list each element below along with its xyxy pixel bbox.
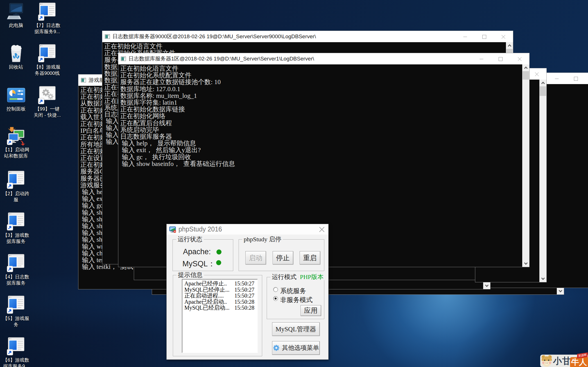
log1-close-button[interactable] <box>510 53 529 64</box>
php-version-label[interactable]: PHP版本 <box>298 274 325 280</box>
console-line: 正在初始化语言文件 <box>104 43 506 50</box>
message-time: 15:50:28 <box>234 299 254 305</box>
radio-system-service[interactable] <box>273 287 278 292</box>
desktop-icon-label: 【8】游戏服 务器9000线 <box>31 64 63 76</box>
console-line: 数据库字符集: latin1 <box>120 99 522 106</box>
group-run-mode: 运行模式 PHP版本 系统服务 非服务模式 应用 <box>267 277 324 319</box>
group-phpstudy-control: phpStudy 启停 启动 停止 重启 <box>239 239 324 271</box>
console-window-icon <box>81 78 86 83</box>
phpstudy-dialog[interactable]: phpStudy 2016 运行状态 Apache: MySQL： phpStu… <box>166 224 329 360</box>
desktop-icon-sc3[interactable]: 【3】游戏数 据库服务 <box>0 212 32 245</box>
console-icon <box>6 337 26 356</box>
recycle-icon <box>6 44 26 63</box>
console-line: 正在初始化系统配置文件 <box>120 72 522 79</box>
group-running-status-label: 运行状态 <box>176 236 204 242</box>
w3-vertical-scrollbar[interactable] <box>539 80 546 282</box>
log1-minimize-button[interactable] <box>472 53 491 64</box>
netstart-icon <box>6 127 26 146</box>
phpstudy-app-icon <box>169 226 176 233</box>
stop-button[interactable]: 停止 <box>273 251 293 264</box>
console-window-icon <box>105 34 110 39</box>
desktop-icon-sc2[interactable]: 【2】启动跨 服 <box>0 170 32 203</box>
start-button[interactable]: 启动 <box>245 251 266 264</box>
desktop-icon-sc6[interactable]: 【6】游戏数 据库服务9... <box>0 337 32 367</box>
w4-maximize-button[interactable] <box>566 73 585 84</box>
log1-scroll-up-button[interactable] <box>522 64 529 71</box>
apply-button[interactable]: 应用 <box>300 305 321 316</box>
desktop-icon-sc5[interactable]: 【5】游戏服 务 <box>0 295 32 328</box>
watermark-badge: 牛人 <box>570 357 588 367</box>
console-icon <box>6 254 26 273</box>
desktop-icon-sc99[interactable]: 【99】一键 关闭 - 快捷... <box>31 86 63 118</box>
console-line: 正在初始化网络 <box>120 113 522 120</box>
log9000-title-bar[interactable]: 日志数据库服务器9000区@2018-02-26 19@D:\MU_Server… <box>102 31 513 42</box>
mysql-admin-button[interactable]: MySQL管理器 <box>272 322 320 336</box>
log9000-scroll-up-button[interactable] <box>506 42 513 49</box>
w3-scroll-down-button[interactable] <box>539 275 546 282</box>
group-phpstudy-control-label: phpStudy 启停 <box>242 236 283 242</box>
log1-title-bar[interactable]: 日志数据库服务器1区@2018-02-26 19@D:\MU_Server\Se… <box>118 53 530 64</box>
gears-icon <box>37 86 57 105</box>
w4-minimize-button[interactable] <box>547 73 566 84</box>
w3-close-button[interactable] <box>527 68 546 80</box>
phpstudy-title-bar[interactable]: phpStudy 2016 <box>167 224 328 235</box>
console-line: 正在配置后台线程 <box>120 120 522 127</box>
log1-scroll-thumb[interactable] <box>523 71 529 80</box>
log1-maximize-button[interactable] <box>491 53 510 64</box>
desktop-icon-sc1[interactable]: 【1】启动网 站和数据库 <box>0 127 32 159</box>
mysql-label: MySQL： <box>182 259 215 269</box>
radio-non-service-mode-label[interactable]: 非服务模式 <box>280 296 313 304</box>
desktop-icon-label: 【99】一键 关闭 - 快捷... <box>31 106 63 118</box>
message-list[interactable]: Apache已经停止..15:50:27MySQL已经停止...15:50:27… <box>182 279 258 353</box>
log9000-maximize-button[interactable] <box>475 31 494 42</box>
message-time: 15:50:27 <box>234 281 254 287</box>
w3-scroll-up-button[interactable] <box>539 80 546 86</box>
phpstudy-close-button[interactable] <box>318 225 326 234</box>
restart-button[interactable]: 重启 <box>300 251 320 264</box>
group-info-label: 提示信息 <box>177 272 204 278</box>
apache-label: Apache: <box>183 247 211 256</box>
desktop-icon-label: 【3】游戏数 据库服务 <box>0 232 32 245</box>
game1-scroll-down-button[interactable] <box>483 282 490 289</box>
desktop-icon-recycle[interactable]: 回收站 <box>0 44 32 70</box>
console-window-icon <box>121 56 126 62</box>
w3-scroll-thumb[interactable] <box>540 86 546 96</box>
console-line: 数据库名称: mu_item_log_1 <box>120 93 522 99</box>
message-line: MySQL已经停止...15:50:27 <box>184 287 257 293</box>
desktop-icon-sc4[interactable]: 【4】日志数 据库服务 <box>0 254 32 286</box>
console-icon <box>6 170 26 190</box>
message-time: 15:50:27 <box>234 287 254 293</box>
windows-desktop: { "desktop": { "icons": [ {"key":"this-p… <box>0 0 588 367</box>
log9000-close-button[interactable] <box>494 31 513 42</box>
desktop-icon-sc8[interactable]: 【8】游戏服 务器9000线 <box>31 44 63 76</box>
message-time: 15:50:28 <box>234 305 254 311</box>
desktop-icon-control[interactable]: 控制面板 <box>0 86 32 112</box>
desktop-icon-label: 控制面板 <box>0 106 32 112</box>
other-options-button[interactable]: 其他选项菜单 <box>272 341 320 355</box>
control-icon <box>6 86 26 105</box>
log1-scroll-down-button[interactable] <box>522 260 529 267</box>
console-line: 正在初始化数据库链接 <box>120 106 522 113</box>
chevron-up-icon <box>508 44 511 48</box>
radio-system-service-label[interactable]: 系统服务 <box>280 287 306 295</box>
w5-scroll-down-button[interactable] <box>557 288 564 294</box>
message-text: MySQL已经停止... <box>184 287 230 293</box>
log1-vertical-scrollbar[interactable] <box>522 64 529 267</box>
desktop-icon-label: 【7】日志数 据库服务9... <box>31 22 63 35</box>
desktop-icon-sc7[interactable]: 【7】日志数 据库服务9... <box>31 2 63 35</box>
console-line: 输入 exit， 然后输入y退出? <box>120 147 522 154</box>
w4-close-button[interactable] <box>585 73 588 84</box>
log9000-minimize-button[interactable] <box>456 31 475 42</box>
group-running-status: 运行状态 Apache: MySQL： <box>173 239 233 271</box>
chevron-down-icon <box>524 261 528 265</box>
desktop-icon-label: 【1】启动网 站和数据库 <box>0 147 32 159</box>
console-icon <box>6 212 26 231</box>
radio-non-service-mode[interactable] <box>273 296 278 301</box>
desktop-icon-label: 【5】游戏服 务 <box>0 316 32 328</box>
log9000-title-text: 日志数据库服务器9000区@2018-02-26 19@D:\MU_Server… <box>112 33 316 40</box>
chevron-down-icon <box>541 276 545 280</box>
message-line: Apache已经启动..15:50:28 <box>184 299 257 305</box>
console-icon <box>6 295 26 314</box>
desktop-icon-this-pc[interactable]: 此电脑 <box>0 2 32 29</box>
desktop-icon-label: 【6】游戏数 据库服务9... <box>0 357 32 367</box>
